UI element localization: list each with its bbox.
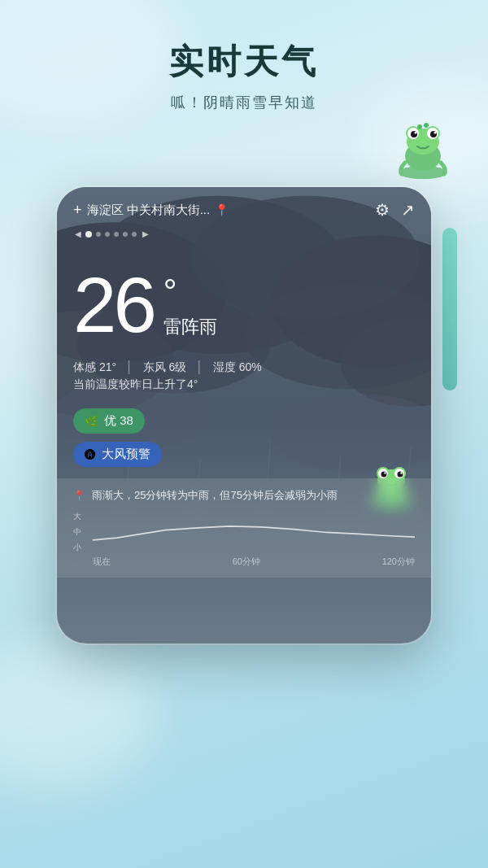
temp-change-info: 当前温度较昨日上升了4° [73, 377, 415, 392]
rain-location-icon: 📍 [73, 490, 85, 501]
dot-6[interactable] [132, 232, 137, 237]
aqi-badge[interactable]: 🌿 优 38 [73, 408, 145, 434]
humidity-info: 湿度 60% [213, 360, 262, 373]
y-label-small: 小 [73, 542, 81, 553]
rain-chart: 大 中 小 现在 60分钟 120分钟 [73, 511, 415, 568]
weather-top-bar: + 海淀区 中关村南大街... 📍 ⚙ ↗ [57, 187, 431, 226]
location-text: 海淀区 中关村南大街... [87, 203, 211, 218]
y-label-medium: 中 [73, 526, 81, 538]
svg-point-36 [381, 472, 387, 478]
divider-2: │ [196, 360, 203, 373]
decorative-sidebar [442, 228, 457, 390]
degree-symbol: ° [163, 273, 217, 312]
svg-point-11 [417, 124, 422, 129]
leaf-icon: 🌿 [85, 415, 98, 428]
location-area[interactable]: + 海淀区 中关村南大街... 📍 [73, 202, 229, 219]
svg-point-10 [434, 132, 437, 134]
share-icon[interactable]: ↗ [401, 200, 415, 220]
settings-icon[interactable]: ⚙ [375, 200, 390, 220]
svg-point-12 [424, 123, 429, 128]
dots-left-arrow: ◀ [75, 229, 81, 238]
app-title: 实时天气 [0, 39, 488, 85]
svg-point-37 [398, 472, 403, 478]
y-label-large: 大 [73, 511, 81, 522]
temperature-value: 26 [73, 266, 154, 344]
page-dots: ◀ ▶ [57, 226, 431, 242]
dot-5[interactable] [123, 232, 128, 237]
warning-badge[interactable]: 🅐 大风预警 [73, 442, 162, 467]
add-location-icon[interactable]: + [73, 202, 82, 219]
dot-3[interactable] [105, 232, 110, 237]
feels-like: 体感 21° [73, 360, 116, 373]
rain-forecast-text: 雨渐大，25分钟转为中雨，但75分钟后会减弱为小雨 [92, 488, 338, 503]
temperature-section: 26 ° 雷阵雨 [57, 242, 431, 352]
rain-forecast-section: 📍 雨渐大，25分钟转为中雨，但75分钟后会减弱为小雨 大 中 小 现在 60 [57, 478, 431, 578]
x-label-60min: 60分钟 [233, 556, 260, 568]
dot-1[interactable] [85, 231, 92, 238]
warning-icon: 🅐 [85, 448, 96, 461]
dot-2[interactable] [96, 232, 101, 237]
frog-top-decoration [390, 114, 455, 179]
svg-point-39 [400, 473, 402, 474]
svg-point-38 [384, 473, 386, 474]
wind-info: 东风 6级 [143, 360, 187, 373]
weather-condition: 雷阵雨 [163, 315, 217, 339]
dot-4[interactable] [114, 232, 119, 237]
aqi-value: 优 38 [104, 413, 133, 429]
dots-right-arrow: ▶ [142, 229, 149, 238]
x-label-now: 现在 [93, 556, 111, 568]
weather-details: 体感 21° │ 东风 6级 │ 湿度 60% 当前温度较昨日上升了4° [57, 352, 431, 397]
app-subtitle: 呱！阴晴雨雪早知道 [0, 93, 488, 112]
weather-card: + 海淀区 中关村南大街... 📍 ⚙ ↗ ◀ ▶ 26 [57, 187, 431, 643]
svg-point-9 [415, 132, 417, 134]
warning-text: 大风预警 [102, 447, 150, 462]
divider-1: │ [126, 360, 133, 373]
location-pin-icon: 📍 [215, 203, 229, 216]
x-label-120min: 120分钟 [382, 556, 415, 568]
